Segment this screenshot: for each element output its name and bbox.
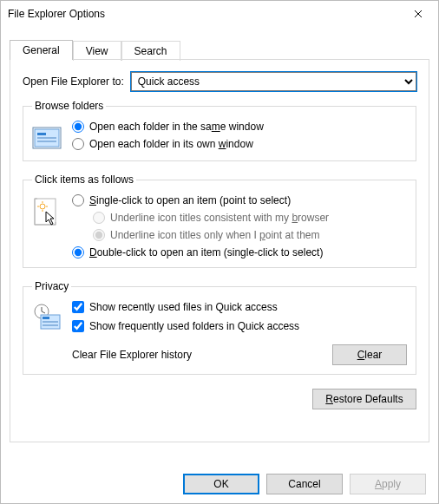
close-icon [414, 10, 423, 18]
open-file-explorer-select[interactable]: Quick access [131, 72, 416, 91]
privacy-icon [32, 303, 62, 332]
tab-search[interactable]: Search [121, 41, 180, 61]
browse-folders-group: Browse folders [23, 100, 416, 161]
tab-strip: General View Search [10, 39, 429, 59]
folder-options-window: File Explorer Options General View Searc… [0, 0, 439, 504]
titlebar: File Explorer Options [1, 1, 438, 27]
show-frequent-folders-label: Show frequently used folders in Quick ac… [89, 320, 299, 332]
underline-point-radio [93, 229, 105, 241]
svg-rect-2 [37, 133, 46, 135]
svg-rect-4 [37, 141, 56, 142]
tab-view[interactable]: View [73, 41, 121, 61]
clear-button[interactable]: Clear [332, 344, 407, 365]
click-items-legend: Click items as follows [32, 173, 136, 186]
show-recent-files-option[interactable]: Show recently used files in Quick access [72, 301, 407, 313]
window-title: File Explorer Options [8, 8, 398, 20]
dialog-footer: OK Cancel Apply [183, 474, 426, 494]
open-file-explorer-row: Open File Explorer to: Quick access [23, 72, 416, 91]
open-file-explorer-label: Open File Explorer to: [23, 75, 124, 88]
double-click-radio[interactable] [72, 246, 84, 259]
browse-same-window-label: Open each folder in the same window [89, 121, 264, 133]
svg-rect-10 [43, 321, 58, 323]
double-click-label: Double-click to open an item (single-cli… [89, 246, 323, 259]
single-click-option[interactable]: Single-click to open an item (point to s… [72, 194, 407, 206]
browse-own-window-radio[interactable] [72, 138, 84, 150]
svg-rect-3 [37, 137, 56, 139]
svg-rect-5 [35, 199, 56, 225]
clear-history-label: Clear File Explorer history [72, 349, 192, 361]
browse-same-window-option[interactable]: Open each folder in the same window [72, 121, 407, 133]
browse-same-window-radio[interactable] [72, 121, 84, 133]
underline-browser-radio [93, 212, 105, 224]
underline-point-option: Underline icon titles only when I point … [93, 229, 407, 241]
cancel-button[interactable]: Cancel [266, 474, 343, 494]
show-recent-files-checkbox[interactable] [72, 301, 84, 313]
clear-history-row: Clear File Explorer history Clear [72, 344, 407, 365]
single-click-label: Single-click to open an item (point to s… [89, 194, 291, 206]
window-body: General View Search Open File Explorer t… [1, 27, 438, 446]
show-recent-files-label: Show recently used files in Quick access [89, 301, 278, 313]
tab-panel-general: Open File Explorer to: Quick access Brow… [10, 59, 429, 442]
restore-defaults-button[interactable]: Restore Defaults [312, 389, 416, 409]
folder-icon [32, 122, 62, 152]
privacy-group: Privacy [23, 280, 416, 375]
show-frequent-folders-option[interactable]: Show frequently used folders in Quick ac… [72, 320, 407, 332]
click-icon [32, 196, 62, 226]
open-file-explorer-select-wrap: Quick access [131, 72, 416, 91]
ok-button[interactable]: OK [183, 474, 259, 494]
svg-rect-9 [43, 317, 49, 319]
browse-folders-legend: Browse folders [32, 100, 106, 112]
apply-button: Apply [350, 474, 426, 494]
underline-browser-label: Underline icon titles consistent with my… [110, 212, 329, 224]
click-items-group: Click items as follows [23, 173, 416, 268]
underline-point-label: Underline icon titles only when I point … [110, 229, 319, 241]
browse-own-window-label: Open each folder in its own window [89, 138, 253, 150]
restore-defaults-row: Restore Defaults [23, 389, 416, 409]
window-close-button[interactable] [398, 1, 438, 27]
show-frequent-folders-checkbox[interactable] [72, 320, 84, 332]
svg-rect-11 [43, 324, 58, 326]
browse-own-window-option[interactable]: Open each folder in its own window [72, 138, 407, 150]
tab-general[interactable]: General [10, 40, 73, 60]
double-click-option[interactable]: Double-click to open an item (single-cli… [72, 246, 407, 259]
underline-browser-option: Underline icon titles consistent with my… [93, 212, 407, 224]
single-click-radio[interactable] [72, 194, 84, 206]
privacy-legend: Privacy [32, 280, 71, 292]
